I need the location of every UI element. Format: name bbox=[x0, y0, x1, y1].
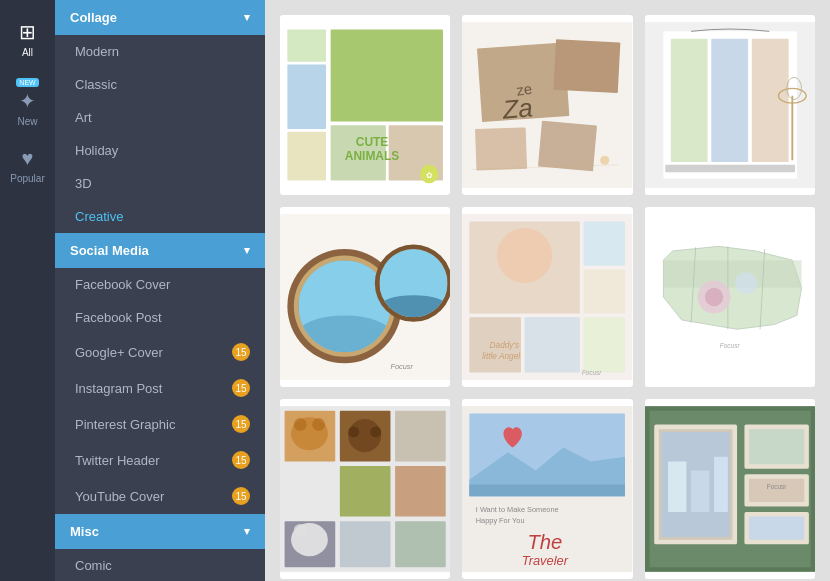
template-vertical-strips[interactable] bbox=[645, 15, 815, 195]
svg-rect-67 bbox=[395, 466, 446, 517]
svg-rect-45 bbox=[584, 222, 625, 266]
svg-rect-14 bbox=[475, 127, 527, 170]
twitter-header-label: Twitter Header bbox=[75, 453, 160, 468]
sidebar-item-pinterest-graphic[interactable]: Pinterest Graphic 15 bbox=[55, 406, 265, 442]
facebook-cover-label: Facebook Cover bbox=[75, 277, 170, 292]
icon-panel: ⊞ All NEW ✦ New ♥ Popular bbox=[0, 0, 55, 581]
sidebar-item-instagram-post[interactable]: Instagram Post 15 bbox=[55, 370, 265, 406]
instagram-post-label: Instagram Post bbox=[75, 381, 162, 396]
nav-popular[interactable]: ♥ Popular bbox=[0, 137, 55, 194]
comic-label: Comic bbox=[75, 558, 112, 573]
instagram-post-badge: 15 bbox=[232, 379, 250, 397]
svg-rect-2 bbox=[287, 64, 326, 128]
classic-label: Classic bbox=[75, 77, 117, 92]
sidebar-item-modern[interactable]: Modern bbox=[55, 35, 265, 68]
sidebar-item-3d[interactable]: 3D bbox=[55, 167, 265, 200]
template-coconut-circle[interactable]: Focusr bbox=[280, 207, 450, 387]
nav-new-label: New bbox=[17, 116, 37, 127]
misc-section-header[interactable]: Misc ▾ bbox=[55, 514, 265, 549]
social-media-chevron-icon: ▾ bbox=[244, 244, 250, 257]
svg-rect-25 bbox=[665, 165, 795, 172]
google-cover-label: Google+ Cover bbox=[75, 345, 163, 360]
svg-text:Daddy's: Daddy's bbox=[490, 341, 520, 350]
svg-point-76 bbox=[312, 418, 325, 431]
youtube-cover-badge: 15 bbox=[232, 487, 250, 505]
svg-point-78 bbox=[294, 524, 307, 537]
svg-point-58 bbox=[705, 288, 723, 306]
new-badge: NEW bbox=[16, 78, 38, 87]
svg-rect-92 bbox=[714, 457, 728, 512]
sidebar-item-holiday[interactable]: Holiday bbox=[55, 134, 265, 167]
svg-rect-15 bbox=[538, 121, 597, 172]
holiday-label: Holiday bbox=[75, 143, 118, 158]
svg-rect-4 bbox=[331, 30, 443, 122]
twitter-header-badge: 15 bbox=[232, 451, 250, 469]
svg-rect-64 bbox=[395, 411, 446, 462]
svg-text:Focusr: Focusr bbox=[720, 342, 741, 349]
svg-point-59 bbox=[735, 272, 757, 294]
sidebar-item-facebook-post[interactable]: Facebook Post bbox=[55, 301, 265, 334]
svg-text:The: The bbox=[528, 531, 563, 553]
nav-all[interactable]: ⊞ All bbox=[0, 10, 55, 68]
sidebar-item-art[interactable]: Art bbox=[55, 101, 265, 134]
social-media-section-label: Social Media bbox=[70, 243, 149, 258]
template-travel-postcard[interactable]: I Want to Make Someone Happy For You The… bbox=[462, 399, 632, 579]
svg-text:Focusr: Focusr bbox=[766, 483, 787, 490]
misc-section-label: Misc bbox=[70, 524, 99, 539]
svg-text:Happy For You: Happy For You bbox=[476, 516, 525, 525]
svg-rect-3 bbox=[287, 132, 326, 181]
svg-point-72 bbox=[348, 426, 359, 437]
sidebar-item-comic[interactable]: Comic bbox=[55, 549, 265, 581]
sidebar-item-google-cover[interactable]: Google+ Cover 15 bbox=[55, 334, 265, 370]
google-cover-badge: 15 bbox=[232, 343, 250, 361]
modern-label: Modern bbox=[75, 44, 119, 59]
youtube-cover-label: YouTube Cover bbox=[75, 489, 164, 504]
svg-text:Focusr: Focusr bbox=[390, 362, 413, 371]
sidebar-item-youtube-cover[interactable]: YouTube Cover 15 bbox=[55, 478, 265, 514]
template-baby-angel[interactable]: Daddy's little Angel Focusr bbox=[462, 207, 632, 387]
social-media-section-header[interactable]: Social Media ▾ bbox=[55, 233, 265, 268]
svg-text:Traveler: Traveler bbox=[522, 553, 569, 568]
sidebar-item-classic[interactable]: Classic bbox=[55, 68, 265, 101]
svg-point-18 bbox=[600, 156, 609, 165]
svg-text:✿: ✿ bbox=[426, 171, 433, 180]
template-usa-map[interactable]: Focusr bbox=[645, 207, 815, 387]
svg-rect-46 bbox=[584, 269, 625, 313]
template-magazine-scrapbook[interactable]: Za ze bbox=[462, 15, 632, 195]
svg-text:CUTE: CUTE bbox=[356, 135, 389, 149]
new-icon: ✦ bbox=[19, 89, 36, 113]
svg-rect-49 bbox=[584, 317, 625, 372]
svg-point-73 bbox=[370, 426, 381, 437]
popular-icon: ♥ bbox=[22, 147, 34, 170]
template-grid: CUTE ANIMALS ✿ bbox=[280, 15, 815, 579]
svg-rect-48 bbox=[525, 317, 580, 372]
sidebar-item-facebook-cover[interactable]: Facebook Cover bbox=[55, 268, 265, 301]
svg-rect-24 bbox=[751, 39, 788, 162]
3d-label: 3D bbox=[75, 176, 92, 191]
svg-rect-90 bbox=[668, 461, 686, 512]
social-media-items: Facebook Cover Facebook Post Google+ Cov… bbox=[55, 268, 265, 514]
creative-label: Creative bbox=[75, 209, 123, 224]
svg-text:I Want to Make Someone: I Want to Make Someone bbox=[476, 505, 559, 514]
misc-chevron-icon: ▾ bbox=[244, 525, 250, 538]
svg-point-75 bbox=[294, 418, 307, 431]
sidebar-item-creative[interactable]: Creative bbox=[55, 200, 265, 233]
template-animals-grid[interactable] bbox=[280, 399, 450, 579]
template-cute-animals[interactable]: CUTE ANIMALS ✿ bbox=[280, 15, 450, 195]
nav-new[interactable]: NEW ✦ New bbox=[0, 68, 55, 137]
nav-popular-label: Popular bbox=[10, 173, 44, 184]
misc-items: Comic Fun Photo Magazine bbox=[55, 549, 265, 581]
collage-section-header[interactable]: Collage ▾ bbox=[55, 0, 265, 35]
svg-rect-13 bbox=[554, 39, 621, 93]
template-wall-frames[interactable]: Focusr bbox=[645, 399, 815, 579]
svg-text:ANIMALS: ANIMALS bbox=[345, 149, 399, 163]
svg-rect-98 bbox=[749, 517, 804, 540]
sidebar: Collage ▾ Modern Classic Art Holiday 3D … bbox=[55, 0, 265, 581]
pinterest-graphic-label: Pinterest Graphic bbox=[75, 417, 175, 432]
collage-items: Modern Classic Art Holiday 3D Creative bbox=[55, 35, 265, 233]
svg-rect-23 bbox=[711, 39, 748, 162]
sidebar-item-twitter-header[interactable]: Twitter Header 15 bbox=[55, 442, 265, 478]
svg-text:Focusr: Focusr bbox=[582, 369, 603, 376]
pinterest-graphic-badge: 15 bbox=[232, 415, 250, 433]
svg-rect-66 bbox=[340, 466, 391, 517]
